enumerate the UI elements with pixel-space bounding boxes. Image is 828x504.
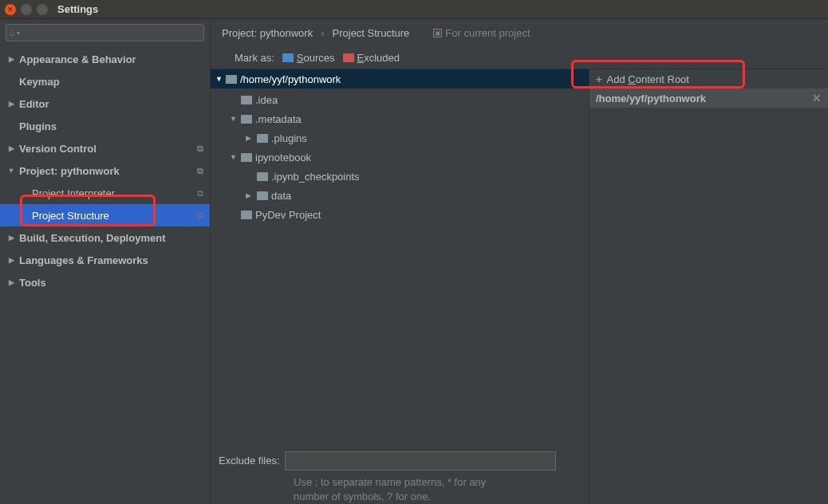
sidebar-item-languages[interactable]: ▶ Languages & Frameworks [0,249,210,271]
title-bar: ✕ Settings [0,0,828,19]
folder-label: data [271,190,291,202]
chevron-down-icon: ▼ [6,167,16,175]
folder-icon [241,115,252,124]
chevron-right-icon: ▶ [6,55,16,63]
sidebar-item-version-control[interactable]: ▶ Version Control ⧉ [0,137,210,159]
folder-icon [226,75,237,84]
folder-item-idea[interactable]: ▶ .idea [211,90,589,109]
window-title: Settings [57,3,98,15]
folder-icon [241,153,252,162]
mark-excluded-button[interactable]: Excluded [343,52,400,64]
sidebar-item-plugins[interactable]: ▶ Plugins [0,115,210,137]
sidebar-item-label: Build, Execution, Deployment [19,232,165,244]
plus-icon: + [596,73,602,85]
add-content-root-label: Add Content Root [607,73,689,85]
copy-icon: ⧉ [197,166,203,176]
folder-icon [257,172,268,181]
close-window-icon[interactable]: ✕ [5,4,16,15]
window-buttons: ✕ [5,4,48,15]
content-root-entry[interactable]: /home/yyf/pythonwork ✕ [589,89,828,108]
folder-icon [257,134,268,143]
sidebar-item-project-interpreter[interactable]: ▶ Project Interpreter ⧉ [0,182,210,204]
chevron-down-icon: ▼ [230,153,238,161]
chevron-right-icon: ▶ [6,278,16,286]
mark-as-label: Mark as: [235,52,274,64]
folder-label: ipynotebook [255,152,311,163]
folder-icon [241,96,252,104]
settings-sidebar: ⌕ ▾ ▶ Appearance & Behavior ▶ Keymap ▶ E… [0,19,211,504]
content-root-panel: + Add Content Root /home/yyf/pythonwork … [589,69,828,504]
folder-panel: ▼ /home/yyf/pythonwork ▶ .idea ▼ [211,69,589,504]
sidebar-item-label: Project Interpreter [32,187,115,199]
folder-item-ipynotebook[interactable]: ▼ ipynotebook [211,148,589,167]
sidebar-item-project-structure[interactable]: ▶ Project Structure ⧉ [0,204,210,226]
chevron-right-icon: ▶ [6,256,16,264]
project-badge-icon: ▣ [433,29,442,37]
maximize-window-icon[interactable] [37,4,48,15]
sidebar-item-label: Plugins [19,120,57,132]
remove-content-root-icon[interactable]: ✕ [812,92,822,104]
exclude-files-hint: Use ; to separate name patterns, * for a… [219,471,581,504]
chevron-down-icon: ▼ [230,115,238,123]
folder-icon [241,211,252,219]
folder-item-metadata[interactable]: ▼ .metadata [211,109,589,128]
breadcrumb-project[interactable]: Project: pythonwork [222,27,313,39]
content-root-path: /home/yyf/pythonwork [596,93,706,104]
chevron-right-icon: ▶ [6,144,16,152]
settings-tree: ▶ Appearance & Behavior ▶ Keymap ▶ Edito… [0,48,210,504]
sidebar-item-label: Languages & Frameworks [19,254,148,266]
sidebar-item-label: Version Control [19,143,97,155]
exclude-files-input[interactable] [285,451,556,471]
folder-item-plugins[interactable]: ▶ .plugins [211,128,589,148]
mark-sources-button[interactable]: Sources [282,52,335,64]
folder-label: .metadata [255,113,302,125]
sidebar-item-label: Project: pythonwork [19,165,120,177]
chevron-right-icon: ▶ [6,234,16,242]
dropdown-icon[interactable]: ▾ [17,30,20,37]
settings-search-input[interactable]: ⌕ ▾ [6,24,204,41]
folder-label: .idea [255,94,278,106]
folder-excluded-icon [343,53,354,62]
folder-label: PyDev Project [255,209,321,221]
folder-tree: ▶ .idea ▼ .metadata ▶ .plugins [211,89,589,447]
exclude-files-row: Exclude files: Use ; to separate name pa… [211,447,589,504]
mark-as-row: Mark as: Sources Excluded [211,47,828,69]
sidebar-item-label: Project Structure [32,210,109,222]
chevron-right-icon: ▶ [246,134,254,142]
sidebar-item-project[interactable]: ▼ Project: pythonwork ⧉ [0,159,210,182]
search-icon: ⌕ [10,27,15,38]
mark-excluded-label: Excluded [357,52,400,64]
breadcrumb-page: Project Structure [333,27,410,39]
for-current-project-badge: ▣ For current project [433,27,530,39]
folder-icon [257,191,268,200]
sidebar-item-label: Tools [19,277,46,289]
sidebar-item-label: Editor [19,98,49,110]
content-area: Project: pythonwork › Project Structure … [211,19,828,504]
folder-root-path: /home/yyf/pythonwork [240,73,341,85]
breadcrumb: Project: pythonwork › Project Structure … [211,19,828,47]
badge-text: For current project [445,27,530,39]
folder-item-data[interactable]: ▶ data [211,186,589,205]
folder-label: .ipynb_checkpoints [271,171,360,183]
chevron-right-icon: › [321,27,324,39]
folder-label: .plugins [271,132,307,144]
chevron-right-icon: ▶ [6,100,16,108]
copy-icon: ⧉ [197,211,203,221]
minimize-window-icon[interactable] [21,4,32,15]
sidebar-item-editor[interactable]: ▶ Editor [0,93,210,115]
copy-icon: ⧉ [197,144,203,154]
sidebar-item-build[interactable]: ▶ Build, Execution, Deployment [0,226,210,249]
folder-item-ipynb-checkpoints[interactable]: ▶ .ipynb_checkpoints [211,167,589,186]
sidebar-item-keymap[interactable]: ▶ Keymap [0,70,210,93]
sidebar-item-label: Appearance & Behavior [19,53,136,65]
chevron-right-icon: ▶ [246,191,254,199]
mark-sources-label: Sources [297,52,335,64]
folder-item-pydev[interactable]: ▶ PyDev Project [211,205,589,224]
folder-sources-icon [282,53,294,62]
add-content-root-button[interactable]: + Add Content Root [589,69,828,89]
sidebar-item-tools[interactable]: ▶ Tools [0,271,210,293]
folder-root-header[interactable]: ▼ /home/yyf/pythonwork [211,69,589,89]
copy-icon: ⧉ [197,188,203,199]
sidebar-item-appearance[interactable]: ▶ Appearance & Behavior [0,48,210,70]
sidebar-item-label: Keymap [19,76,60,88]
